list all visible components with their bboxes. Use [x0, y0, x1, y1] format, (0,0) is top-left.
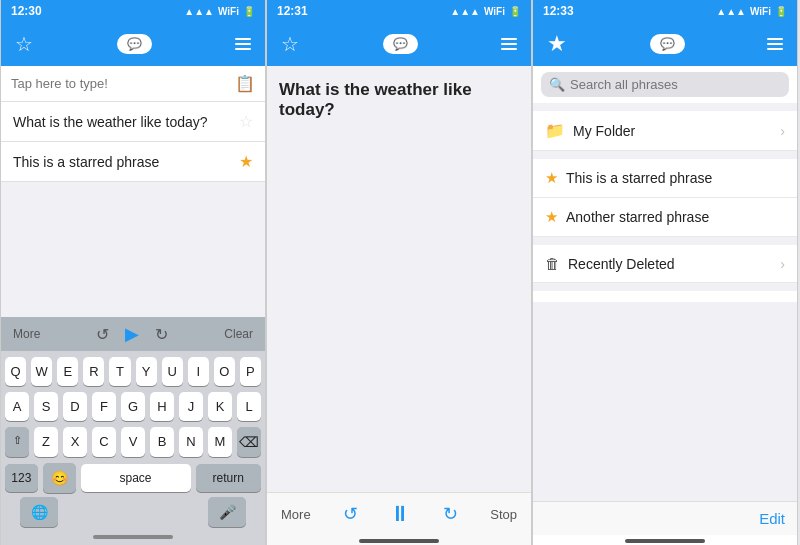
clear-button[interactable]: Clear — [224, 327, 253, 341]
play-icon[interactable]: ▶ — [125, 323, 139, 345]
time-2: 12:31 — [277, 4, 308, 18]
key-b[interactable]: B — [150, 427, 174, 457]
battery-icon: 🔋 — [243, 6, 255, 17]
star-nav-icon-2[interactable]: ☆ — [281, 32, 299, 56]
key-numbers[interactable]: 123 — [5, 464, 38, 492]
key-globe[interactable]: 🌐 — [20, 497, 58, 527]
key-backspace[interactable]: ⌫ — [237, 427, 261, 457]
key-h[interactable]: H — [150, 392, 174, 421]
search-icon: 🔍 — [549, 77, 565, 92]
nav-bar-2: ☆ 💬 — [267, 22, 531, 66]
star-nav-icon-3[interactable]: ★ — [547, 31, 567, 57]
key-z[interactable]: Z — [34, 427, 58, 457]
status-bar-2: 12:31 ▲▲▲ WiFi 🔋 — [267, 0, 531, 22]
divider-top — [533, 103, 797, 111]
key-n[interactable]: N — [179, 427, 203, 457]
undo-icon[interactable]: ↺ — [96, 325, 109, 344]
phrase-item-2[interactable]: This is a starred phrase ★ — [1, 142, 265, 182]
key-emoji[interactable]: 😊 — [43, 463, 76, 493]
key-a[interactable]: A — [5, 392, 29, 421]
time-1: 12:30 — [11, 4, 42, 18]
keyboard-toolbar: More ↺ ▶ ↻ Clear — [1, 317, 265, 351]
pause-icon[interactable]: ⏸ — [389, 501, 411, 527]
key-shift[interactable]: ⇧ — [5, 427, 29, 457]
toolbar-icons: ↺ ▶ ↻ — [96, 323, 168, 345]
redo-icon[interactable]: ↻ — [155, 325, 168, 344]
redo-icon-2[interactable]: ↻ — [443, 503, 458, 525]
menu-icon-2[interactable] — [501, 38, 517, 50]
search-bar[interactable]: 🔍 — [541, 72, 789, 97]
signal-icon-3: ▲▲▲ — [716, 6, 746, 17]
phone2: 12:31 ▲▲▲ WiFi 🔋 ☆ 💬 What is the weather… — [266, 0, 532, 545]
key-x[interactable]: X — [63, 427, 87, 457]
key-return[interactable]: return — [196, 464, 262, 492]
key-w[interactable]: W — [31, 357, 52, 386]
signal-icon-2: ▲▲▲ — [450, 6, 480, 17]
key-v[interactable]: V — [121, 427, 145, 457]
starred-item-1[interactable]: ★ This is a starred phrase — [533, 159, 797, 198]
key-c[interactable]: C — [92, 427, 116, 457]
home-bar-3 — [625, 539, 705, 543]
type-input[interactable] — [11, 76, 235, 91]
phrase-text-2: This is a starred phrase — [13, 154, 159, 170]
stop-button[interactable]: Stop — [490, 507, 517, 522]
menu-icon-1[interactable] — [235, 38, 251, 50]
search-input[interactable] — [570, 77, 781, 92]
wifi-icon-2: WiFi — [484, 6, 505, 17]
wifi-icon: WiFi — [218, 6, 239, 17]
key-i[interactable]: I — [188, 357, 209, 386]
key-o[interactable]: O — [214, 357, 235, 386]
speech-bubble-2[interactable]: 💬 — [383, 34, 418, 54]
phrase-list-1: What is the weather like today? ☆ This i… — [1, 102, 265, 317]
home-indicator-3 — [533, 535, 797, 545]
copy-icon[interactable]: 📋 — [235, 74, 255, 93]
phrase-star-1[interactable]: ☆ — [239, 112, 253, 131]
edit-button[interactable]: Edit — [759, 510, 785, 527]
key-y[interactable]: Y — [136, 357, 157, 386]
key-f[interactable]: F — [92, 392, 116, 421]
star-nav-icon-1[interactable]: ☆ — [15, 32, 33, 56]
p2-bottom-toolbar: More ↺ ⏸ ↻ Stop — [267, 492, 531, 535]
home-indicator-1 — [1, 531, 265, 541]
key-p[interactable]: P — [240, 357, 261, 386]
phone1: 12:30 ▲▲▲ WiFi 🔋 ☆ 💬 📋 What is the weath… — [0, 0, 266, 545]
key-space[interactable]: space — [81, 464, 191, 492]
key-j[interactable]: J — [179, 392, 203, 421]
battery-icon-3: 🔋 — [775, 6, 787, 17]
undo-icon-2[interactable]: ↺ — [343, 503, 358, 525]
key-g[interactable]: G — [121, 392, 145, 421]
key-t[interactable]: T — [109, 357, 130, 386]
divider-3 — [533, 237, 797, 245]
key-e[interactable]: E — [57, 357, 78, 386]
key-k[interactable]: K — [208, 392, 232, 421]
p3-bottom-bar: Edit — [533, 501, 797, 535]
starred-item-2[interactable]: ★ Another starred phrase — [533, 198, 797, 237]
input-row-1[interactable]: 📋 — [1, 66, 265, 102]
key-d[interactable]: D — [63, 392, 87, 421]
phrase-item-1[interactable]: What is the weather like today? ☆ — [1, 102, 265, 142]
key-s[interactable]: S — [34, 392, 58, 421]
status-icons-2: ▲▲▲ WiFi 🔋 — [450, 6, 521, 17]
speech-bubble-3[interactable]: 💬 — [650, 34, 685, 54]
key-q[interactable]: Q — [5, 357, 26, 386]
divider-2 — [533, 151, 797, 159]
starred-star-icon-1: ★ — [545, 169, 558, 187]
more-button-1[interactable]: More — [13, 327, 40, 341]
deleted-item[interactable]: 🗑 Recently Deleted › — [533, 245, 797, 283]
folder-icon: 📁 — [545, 121, 565, 140]
nav-bar-3: ★ 💬 — [533, 22, 797, 66]
time-3: 12:33 — [543, 4, 574, 18]
menu-icon-3[interactable] — [767, 38, 783, 50]
folder-item[interactable]: 📁 My Folder › — [533, 111, 797, 151]
speech-bubble-1[interactable]: 💬 — [117, 34, 152, 54]
key-mic[interactable]: 🎤 — [208, 497, 246, 527]
phrase-star-2[interactable]: ★ — [239, 152, 253, 171]
key-l[interactable]: L — [237, 392, 261, 421]
phone3: 12:33 ▲▲▲ WiFi 🔋 ★ 💬 🔍 📁 My Folder › ★ — [532, 0, 798, 545]
key-r[interactable]: R — [83, 357, 104, 386]
home-bar-1 — [93, 535, 173, 539]
more-button-2[interactable]: More — [281, 507, 311, 522]
key-u[interactable]: U — [162, 357, 183, 386]
key-m[interactable]: M — [208, 427, 232, 457]
p3-list: 📁 My Folder › ★ This is a starred phrase… — [533, 103, 797, 302]
